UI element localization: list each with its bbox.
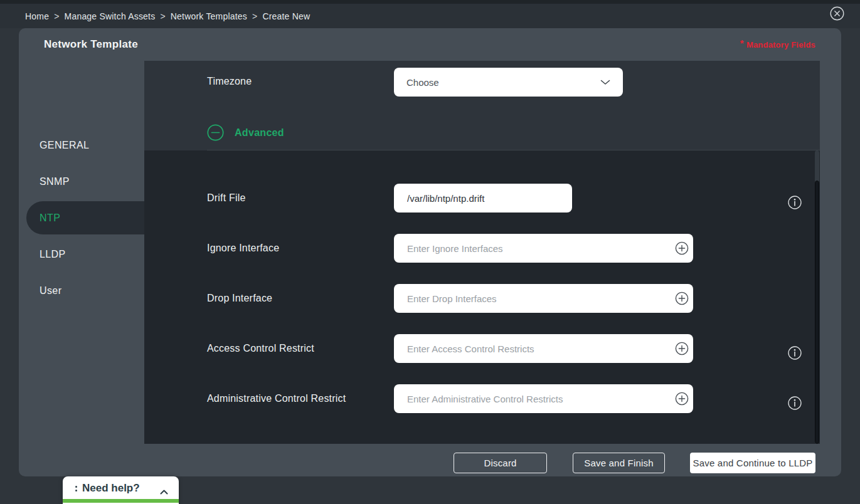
access-control-restrict-label: Access Control Restrict	[207, 334, 314, 363]
chevron-down-icon	[600, 80, 610, 85]
collapse-minus-icon	[207, 124, 224, 141]
drop-interface-input[interactable]	[394, 284, 693, 313]
page-title: Network Template	[44, 28, 138, 61]
ntp-form-top: Timezone Choose Advanced	[144, 61, 820, 150]
breadcrumb-create-new: Create New	[262, 11, 310, 21]
breadcrumb-home[interactable]: Home	[25, 11, 49, 21]
sidebar-item-lldp[interactable]: LLDP	[19, 236, 144, 273]
info-icon[interactable]	[788, 346, 802, 360]
discard-button[interactable]: Discard	[454, 453, 547, 473]
help-green-strip	[63, 499, 179, 503]
breadcrumb-bar: Home > Manage Switch Assets > Network Te…	[0, 4, 860, 28]
administrative-control-restrict-row: Administrative Control Restrict	[144, 384, 820, 413]
add-administrative-control-restrict-icon[interactable]	[675, 392, 689, 406]
add-ignore-interface-icon[interactable]	[675, 241, 689, 255]
breadcrumb: Home > Manage Switch Assets > Network Te…	[25, 4, 310, 28]
timezone-select[interactable]: Choose	[394, 68, 623, 97]
ignore-interface-label: Ignore Interface	[207, 234, 279, 263]
advanced-toggle[interactable]: Advanced	[207, 124, 284, 141]
breadcrumb-separator: >	[54, 11, 59, 21]
breadcrumb-separator: >	[252, 11, 257, 21]
save-and-finish-button[interactable]: Save and Finish	[573, 453, 665, 473]
dialog-header: Network Template * Mandatory Fields	[19, 28, 841, 61]
info-icon[interactable]	[788, 396, 802, 410]
scrollbar-thumb[interactable]	[815, 181, 819, 444]
access-control-restrict-input[interactable]	[394, 334, 693, 363]
section-sidebar: GENERAL SNMP NTP LLDP User	[19, 61, 144, 476]
administrative-control-restrict-input[interactable]	[394, 384, 693, 413]
help-dots-icon	[75, 486, 77, 495]
add-drop-interface-icon[interactable]	[675, 291, 689, 305]
breadcrumb-separator: >	[160, 11, 165, 21]
drop-interface-label: Drop Interface	[207, 284, 272, 313]
mandatory-label: Mandatory Fields	[746, 40, 815, 50]
sidebar-item-user[interactable]: User	[19, 273, 144, 309]
close-icon[interactable]	[830, 6, 844, 21]
breadcrumb-manage-switch-assets[interactable]: Manage Switch Assets	[65, 11, 156, 21]
advanced-label: Advanced	[235, 127, 284, 139]
advanced-panel: Drift File Ignore Interface	[144, 150, 820, 444]
timezone-label: Timezone	[207, 76, 252, 87]
sidebar-item-snmp[interactable]: SNMP	[19, 164, 144, 200]
chevron-up-icon	[160, 486, 168, 497]
ignore-interface-row: Ignore Interface	[144, 234, 820, 263]
access-control-restrict-row: Access Control Restrict	[144, 334, 820, 363]
add-access-control-restrict-icon[interactable]	[675, 342, 689, 355]
administrative-control-restrict-label: Administrative Control Restrict	[207, 384, 346, 413]
ignore-interface-input[interactable]	[394, 234, 693, 263]
drop-interface-row: Drop Interface	[144, 284, 820, 313]
need-help-widget[interactable]: Need help?	[63, 476, 179, 504]
mandatory-fields-note: * Mandatory Fields	[740, 28, 815, 61]
mandatory-asterisk: *	[740, 38, 744, 48]
breadcrumb-network-templates[interactable]: Network Templates	[171, 11, 247, 21]
need-help-label: Need help?	[82, 482, 140, 495]
drift-file-label: Drift File	[207, 184, 246, 213]
sidebar-item-general[interactable]: GENERAL	[19, 127, 144, 164]
drift-file-input[interactable]	[394, 184, 572, 213]
sidebar-item-ntp[interactable]: NTP	[26, 201, 144, 234]
info-icon[interactable]	[788, 196, 802, 209]
save-and-continue-to-lldp-button[interactable]: Save and Continue to LLDP	[690, 453, 815, 473]
drift-file-row: Drift File	[144, 184, 820, 213]
network-template-dialog: Network Template * Mandatory Fields GENE…	[19, 28, 841, 476]
timezone-value: Choose	[406, 77, 600, 88]
